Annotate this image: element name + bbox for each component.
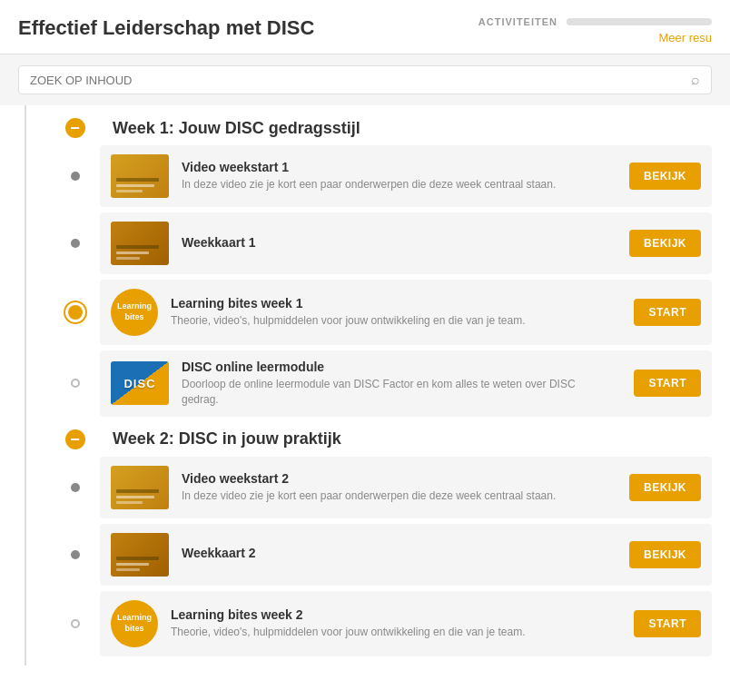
item-info-weekkaart-1: Weekkaart 1: [182, 235, 607, 252]
item-title-disc-online-leermodule: DISC online leermodule: [182, 360, 612, 374]
dot-col-video-weekstart-1: [50, 172, 100, 181]
item-row-disc-online-leermodule: DISC DISC online leermoduleDoorloop de o…: [100, 350, 712, 417]
bekijk-btn-weekkaart-2[interactable]: BEKIJK: [629, 541, 701, 568]
dot-col-learning-bites-week-2: [50, 619, 100, 628]
progress-bar: [567, 18, 712, 25]
dot-col-learning-bites-week-1: [50, 305, 100, 320]
item-info-learning-bites-week-1: Learning bites week 1Theorie, video's, h…: [171, 296, 612, 329]
activiteiten-label: ACTIVITEITEN: [478, 16, 557, 27]
item-info-weekkaart-2: Weekkaart 2: [182, 546, 607, 563]
bekijk-btn-video-weekstart-1[interactable]: BEKIJK: [629, 163, 701, 190]
item-action-video-weekstart-1: BEKIJK: [629, 163, 701, 190]
timeline-dot-weekkaart-2: [71, 550, 80, 559]
search-input[interactable]: [30, 74, 691, 87]
week-collapse-btn-1[interactable]: −: [65, 118, 85, 138]
item-card-weekkaart-2: Weekkaart 2BEKIJK: [100, 524, 712, 586]
start-btn-learning-bites-week-1[interactable]: START: [634, 299, 701, 326]
week-section-2: −Week 2: DISC in jouw praktijk Video wee…: [50, 429, 712, 656]
timeline-dot-video-weekstart-2: [71, 483, 80, 492]
item-action-disc-online-leermodule: START: [634, 370, 701, 397]
item-info-learning-bites-week-2: Learning bites week 2Theorie, video's, h…: [171, 607, 612, 640]
item-card-video-weekstart-2: Video weekstart 2In deze video zie je ko…: [100, 457, 712, 518]
start-btn-learning-bites-week-2[interactable]: START: [634, 610, 701, 637]
item-desc-video-weekstart-1: In deze video zie je kort een paar onder…: [182, 177, 607, 192]
bekijk-btn-video-weekstart-2[interactable]: BEKIJK: [629, 474, 701, 501]
dot-col-weekkaart-1: [50, 239, 100, 248]
item-info-disc-online-leermodule: DISC online leermoduleDoorloop de online…: [182, 360, 612, 408]
item-info-video-weekstart-1: Video weekstart 1In deze video zie je ko…: [182, 160, 607, 192]
item-action-video-weekstart-2: BEKIJK: [629, 474, 701, 501]
item-action-learning-bites-week-1: START: [634, 299, 701, 326]
item-card-learning-bites-week-2: Learningbites Learning bites week 2Theor…: [100, 591, 712, 656]
item-thumb-learning-bites-week-2: Learningbites: [111, 600, 158, 647]
week-collapse-btn-2[interactable]: −: [65, 429, 85, 449]
item-card-learning-bites-week-1: Learningbites Learning bites week 1Theor…: [100, 280, 712, 345]
dot-col-weekkaart-2: [50, 550, 100, 559]
item-card-video-weekstart-1: Video weekstart 1In deze video zie je ko…: [100, 145, 712, 207]
item-card-weekkaart-1: Weekkaart 1BEKIJK: [100, 212, 712, 274]
item-title-weekkaart-2: Weekkaart 2: [182, 546, 607, 560]
start-btn-disc-online-leermodule[interactable]: START: [634, 370, 701, 397]
item-title-weekkaart-1: Weekkaart 1: [182, 235, 607, 250]
item-title-learning-bites-week-1: Learning bites week 1: [171, 296, 612, 311]
item-row-learning-bites-week-2: Learningbites Learning bites week 2Theor…: [100, 591, 712, 656]
progress-bar-fill: [567, 18, 596, 25]
header-right: ACTIVITEITEN Meer resu: [476, 16, 712, 44]
timeline-dot-disc-online-leermodule: [71, 379, 80, 388]
item-desc-learning-bites-week-2: Theorie, video's, hulpmiddelen voor jouw…: [171, 625, 612, 640]
timeline-dot-weekkaart-1: [71, 239, 80, 248]
item-thumb-video-weekstart-2: [111, 466, 169, 509]
item-thumb-weekkaart-1: [111, 222, 169, 265]
timeline-dot-learning-bites-week-2: [71, 619, 80, 628]
timeline: [0, 105, 50, 665]
search-container: ⌕: [0, 54, 730, 105]
item-thumb-weekkaart-2: [111, 533, 169, 577]
bekijk-btn-weekkaart-1[interactable]: BEKIJK: [629, 230, 701, 257]
item-thumb-disc-online-leermodule: DISC: [111, 361, 169, 405]
item-row-video-weekstart-1: Video weekstart 1In deze video zie je ko…: [100, 145, 712, 207]
item-info-video-weekstart-2: Video weekstart 2In deze video zie je ko…: [182, 471, 607, 504]
dot-col-video-weekstart-2: [50, 483, 100, 492]
item-desc-video-weekstart-2: In deze video zie je kort een paar onder…: [182, 488, 607, 504]
content-area: −Week 1: Jouw DISC gedragsstijl Video we…: [50, 105, 730, 665]
item-row-weekkaart-1: Weekkaart 1BEKIJK: [100, 212, 712, 274]
item-action-weekkaart-2: BEKIJK: [629, 541, 701, 568]
week-header-row-1: −Week 1: Jouw DISC gedragsstijl: [50, 118, 712, 138]
item-title-learning-bites-week-2: Learning bites week 2: [171, 607, 612, 622]
item-thumb-learning-bites-week-1: Learningbites: [111, 289, 158, 336]
item-title-video-weekstart-1: Video weekstart 1: [182, 160, 607, 174]
timeline-dot-learning-bites-week-1: [68, 305, 83, 320]
meer-resu-link[interactable]: Meer resu: [658, 31, 712, 44]
dot-col-disc-online-leermodule: [50, 379, 100, 388]
item-row-video-weekstart-2: Video weekstart 2In deze video zie je ko…: [100, 457, 712, 518]
item-row-learning-bites-week-1: Learningbites Learning bites week 1Theor…: [100, 280, 712, 345]
item-title-video-weekstart-2: Video weekstart 2: [182, 471, 607, 486]
search-bar: ⌕: [18, 65, 712, 94]
main-content: −Week 1: Jouw DISC gedragsstijl Video we…: [0, 105, 730, 684]
page-title: Effectief Leiderschap met DISC: [18, 16, 314, 40]
item-card-disc-online-leermodule: DISC DISC online leermoduleDoorloop de o…: [100, 350, 712, 417]
week-header-row-2: −Week 2: DISC in jouw praktijk: [50, 429, 712, 449]
search-icon[interactable]: ⌕: [691, 72, 700, 88]
item-action-weekkaart-1: BEKIJK: [629, 230, 701, 257]
item-row-weekkaart-2: Weekkaart 2BEKIJK: [100, 524, 712, 586]
week-title-1: Week 1: Jouw DISC gedragsstijl: [113, 119, 360, 138]
timeline-dot-video-weekstart-1: [71, 172, 80, 181]
week-title-2: Week 2: DISC in jouw praktijk: [113, 429, 341, 449]
header: Effectief Leiderschap met DISC ACTIVITEI…: [0, 0, 730, 54]
activiteiten-section: ACTIVITEITEN: [478, 16, 712, 27]
week-section-1: −Week 1: Jouw DISC gedragsstijl Video we…: [50, 118, 712, 417]
item-action-learning-bites-week-2: START: [634, 610, 701, 637]
item-desc-disc-online-leermodule: Doorloop de online leermodule van DISC F…: [182, 377, 612, 408]
item-thumb-video-weekstart-1: [111, 154, 169, 198]
item-desc-learning-bites-week-1: Theorie, video's, hulpmiddelen voor jouw…: [171, 313, 612, 329]
